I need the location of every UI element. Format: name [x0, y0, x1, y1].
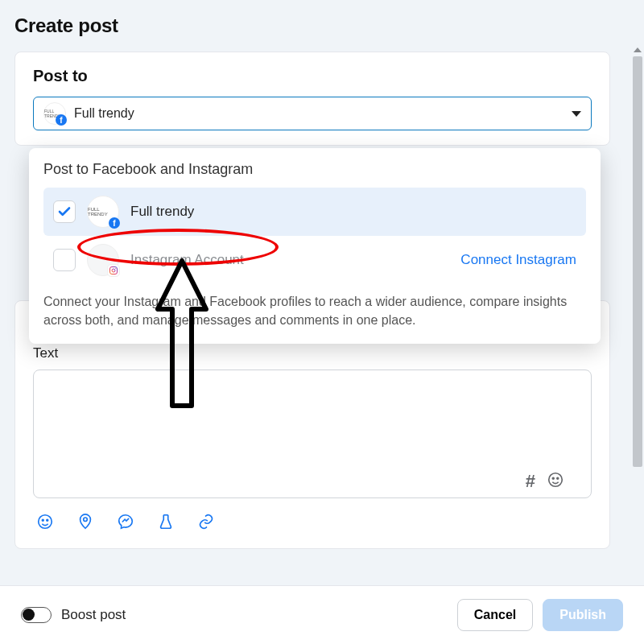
selected-account-label: Full trendy — [74, 106, 134, 121]
hashtag-icon[interactable]: # — [526, 471, 535, 492]
page-title: Create post — [14, 14, 626, 37]
svg-point-7 — [42, 519, 43, 521]
post-to-panel: Post to FULL TRENDY Full trendy — [14, 52, 610, 146]
svg-point-1 — [112, 269, 115, 272]
selected-account-avatar: FULL TRENDY — [43, 102, 66, 125]
checkbox-unchecked-icon — [53, 249, 76, 271]
composer-toolbar — [33, 502, 592, 534]
emoji-icon[interactable] — [547, 471, 564, 492]
svg-point-4 — [552, 477, 554, 479]
svg-point-5 — [557, 477, 559, 479]
option-avatar: FULL TRENDY — [87, 196, 119, 228]
svg-point-3 — [549, 473, 563, 487]
dropdown-option-instagram[interactable]: Instagram Account Connect Instagram — [43, 236, 586, 284]
scroll-up-icon[interactable] — [633, 45, 642, 55]
link-icon[interactable] — [197, 513, 215, 530]
checkbox-checked-icon — [53, 200, 76, 223]
scroll-thumb[interactable] — [633, 56, 642, 467]
option-avatar — [87, 244, 119, 276]
post-to-heading: Post to — [33, 67, 592, 85]
chevron-down-icon — [572, 111, 581, 117]
option-label: Instagram Account — [130, 252, 244, 268]
facebook-badge-icon — [109, 217, 120, 229]
post-to-dropdown: Post to Facebook and Instagram FULL TREN… — [29, 148, 601, 344]
instagram-badge-icon — [107, 264, 120, 277]
boost-post-label: Boost post — [61, 607, 126, 623]
location-icon[interactable] — [76, 513, 94, 530]
facebook-badge-icon — [56, 114, 67, 126]
boost-post-toggle[interactable] — [21, 607, 52, 623]
publish-button[interactable]: Publish — [543, 599, 623, 631]
cancel-button[interactable]: Cancel — [457, 599, 533, 631]
scrollbar[interactable] — [633, 56, 642, 620]
ab-test-icon[interactable] — [157, 513, 175, 530]
dropdown-option-facebook[interactable]: FULL TRENDY Full trendy — [43, 188, 586, 236]
svg-point-9 — [84, 518, 88, 522]
svg-point-6 — [39, 515, 52, 529]
connect-instagram-link[interactable]: Connect Instagram — [460, 252, 576, 268]
footer-bar: Boost post Cancel Publish — [0, 585, 644, 644]
dropdown-title: Post to Facebook and Instagram — [43, 161, 586, 178]
messenger-icon[interactable] — [117, 513, 134, 530]
svg-point-2 — [115, 268, 116, 269]
post-text-input[interactable] — [33, 369, 592, 498]
option-label: Full trendy — [130, 204, 194, 220]
emoji-picker-icon[interactable] — [36, 513, 54, 530]
post-to-select[interactable]: FULL TRENDY Full trendy — [33, 97, 592, 130]
dropdown-description: Connect your Instagram and Facebook prof… — [43, 292, 586, 329]
text-field-label: Text — [33, 345, 592, 361]
svg-point-8 — [47, 519, 48, 521]
